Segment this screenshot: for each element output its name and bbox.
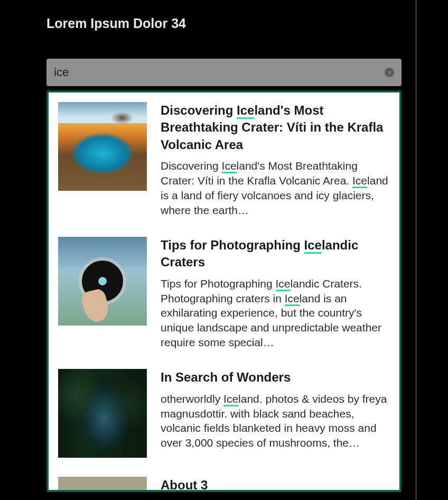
search-highlight: Ice <box>222 160 237 173</box>
result-body: About 3 <box>161 477 390 492</box>
main-container: Lorem Ipsum Dolor 34 Discovering Iceland… <box>46 16 448 492</box>
result-snippet: Discovering Iceland's Most Breathtaking … <box>161 159 390 218</box>
result-thumbnail <box>58 477 147 492</box>
result-title: Tips for Photographing Icelandic Craters <box>161 237 390 271</box>
search-highlight: Ice <box>304 238 322 254</box>
result-snippet: otherworldly Iceland. photos & videos by… <box>161 392 390 451</box>
vertical-divider <box>416 0 416 500</box>
result-thumbnail <box>58 237 147 326</box>
search-result[interactable]: About 3 <box>58 477 390 492</box>
page-title: Lorem Ipsum Dolor 34 <box>46 16 448 31</box>
search-highlight: Ice <box>276 277 291 291</box>
search-results-panel[interactable]: Discovering Iceland's Most Breathtaking … <box>46 90 402 492</box>
text-fragment: otherworldly <box>161 393 223 405</box>
result-title: Discovering Iceland's Most Breathtaking … <box>161 102 390 153</box>
text-fragment: Tips for Photographing <box>161 238 304 252</box>
result-title: About 3 <box>161 477 390 492</box>
text-fragment: Discovering <box>161 160 222 172</box>
search-highlight: Ice <box>352 174 367 188</box>
result-body: In Search of Wondersotherworldly Iceland… <box>161 369 390 458</box>
text-fragment: Tips for Photographing <box>161 277 276 290</box>
result-thumbnail <box>58 369 147 458</box>
search-highlight: Ice <box>237 103 254 119</box>
search-result[interactable]: In Search of Wondersotherworldly Iceland… <box>58 369 390 458</box>
result-body: Tips for Photographing Icelandic Craters… <box>161 237 390 350</box>
text-fragment: About 3 <box>161 478 208 492</box>
result-thumbnail <box>58 102 147 191</box>
search-result[interactable]: Discovering Iceland's Most Breathtaking … <box>58 102 390 218</box>
result-snippet: Tips for Photographing Icelandic Craters… <box>161 276 390 350</box>
search-wrap <box>46 59 402 86</box>
clear-search-button[interactable] <box>385 68 394 77</box>
result-title: In Search of Wonders <box>161 369 390 386</box>
text-fragment: Discovering <box>161 103 237 117</box>
text-fragment: In Search of Wonders <box>161 370 291 384</box>
search-result[interactable]: Tips for Photographing Icelandic Craters… <box>58 237 390 350</box>
search-input[interactable] <box>46 59 402 86</box>
result-body: Discovering Iceland's Most Breathtaking … <box>161 102 390 218</box>
search-highlight: Ice <box>285 292 300 306</box>
search-highlight: Ice <box>223 393 238 406</box>
